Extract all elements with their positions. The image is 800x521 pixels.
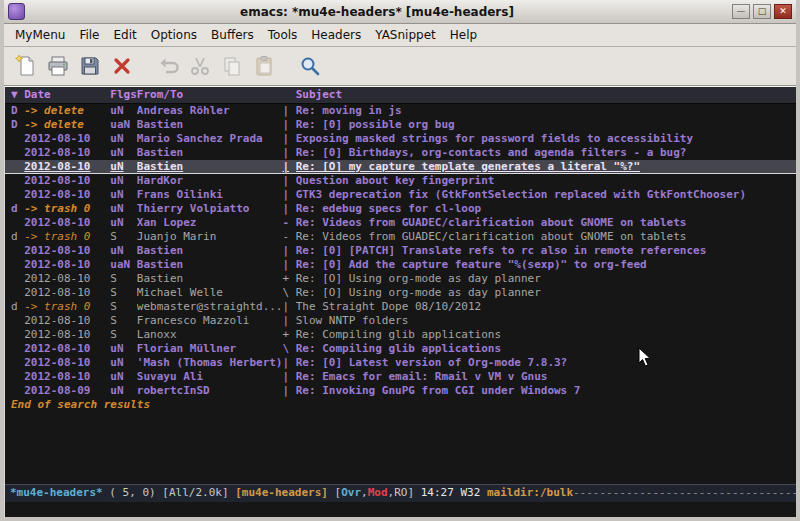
modeline-folder: maildir:/bulk bbox=[487, 486, 573, 499]
message-row[interactable]: d-> trash 0uNThierry Volpiatto|Re: edebu… bbox=[5, 202, 796, 216]
message-subject: Re: Videos from GUADEC/clarification abo… bbox=[296, 230, 796, 244]
search-button[interactable] bbox=[295, 51, 325, 81]
message-row[interactable]: 2012-08-10SLanoxx+Re: Compiling glib app… bbox=[5, 328, 796, 342]
mark-action: -> trash 0 bbox=[24, 230, 110, 244]
message-flags: S bbox=[110, 328, 136, 342]
message-row[interactable]: d-> trash 0Swebmaster@straightd...|The S… bbox=[5, 300, 796, 314]
message-row[interactable]: 2012-08-10uNMario Sanchez Prada|Exposing… bbox=[5, 132, 796, 146]
minimize-button[interactable]: — bbox=[732, 4, 750, 19]
column-header-gap bbox=[282, 87, 295, 103]
menu-edit[interactable]: Edit bbox=[107, 26, 144, 44]
modeline-window-number: W32 bbox=[460, 486, 487, 499]
message-row[interactable]: 2012-08-10SMichael Welle\Re: [O] Using o… bbox=[5, 286, 796, 300]
modeline-dashes: ----------------------------------------… bbox=[573, 486, 796, 499]
paste-icon bbox=[252, 54, 276, 78]
message-row[interactable]: 2012-08-10uNFlorian Müllner\Re: Compilin… bbox=[5, 342, 796, 356]
search-icon bbox=[298, 54, 322, 78]
mark-indicator bbox=[11, 174, 24, 188]
thread-indicator: + bbox=[282, 328, 295, 342]
thread-indicator: - bbox=[282, 216, 295, 230]
menu-yasnippet[interactable]: YASnippet bbox=[368, 26, 443, 44]
message-flags: uN bbox=[110, 104, 136, 118]
menu-headers[interactable]: Headers bbox=[304, 26, 368, 44]
message-subject: GTK3 deprecation fix (GtkFontSelection r… bbox=[296, 188, 796, 202]
message-from: HardKor bbox=[137, 174, 283, 188]
message-flags: S bbox=[110, 314, 136, 328]
title-bar[interactable]: emacs: *mu4e-headers* [mu4e-headers] —□✕ bbox=[4, 0, 796, 24]
thread-indicator: | bbox=[282, 174, 295, 188]
mark-indicator bbox=[11, 286, 24, 300]
modeline-readonly-indicator: ,RO] bbox=[388, 486, 421, 499]
message-subject: Re: [0] Add the capture feature "%(sexp)… bbox=[296, 258, 796, 272]
message-from: Francesco Mazzoli bbox=[137, 314, 283, 328]
echo-area[interactable] bbox=[5, 502, 796, 517]
message-row[interactable]: 2012-08-10uNSuvayu Ali|Re: Emacs for ema… bbox=[5, 370, 796, 384]
message-flags: uN bbox=[110, 216, 136, 230]
message-row[interactable]: 2012-08-10uN'Mash (Thomas Herbert)|Re: [… bbox=[5, 356, 796, 370]
message-row[interactable]: 2012-08-10uaNBastien|Re: [0] Add the cap… bbox=[5, 258, 796, 272]
message-from: Andreas Röhler bbox=[137, 104, 283, 118]
mark-indicator: D bbox=[11, 118, 24, 132]
mode-line[interactable]: *mu4e-headers* ( 5, 0) [All/2.0k] [mu4e-… bbox=[5, 484, 796, 502]
message-row[interactable]: 2012-08-10SFrancesco Mazzoli|Slow NNTP f… bbox=[5, 314, 796, 328]
new-file-button[interactable] bbox=[11, 51, 41, 81]
message-date: 2012-08-10 bbox=[24, 188, 110, 202]
sort-direction-icon[interactable]: ▼ bbox=[11, 87, 24, 103]
mark-indicator bbox=[11, 384, 24, 398]
menu-options[interactable]: Options bbox=[144, 26, 204, 44]
message-from: 'Mash (Thomas Herbert) bbox=[137, 356, 283, 370]
message-row[interactable]: D-> deleteuNAndreas Röhler|Re: moving in… bbox=[5, 104, 796, 118]
column-header-subject[interactable]: Subject bbox=[296, 87, 796, 103]
message-date: 2012-08-10 bbox=[24, 342, 110, 356]
message-from: Juanjo Marin bbox=[137, 230, 283, 244]
message-row[interactable]: 2012-08-09uNrobertcInSD|Re: Invoking Gnu… bbox=[5, 384, 796, 398]
emacs-buffer-area: ▼ Date Flgs From/To Subject D-> deleteuN… bbox=[4, 86, 796, 517]
message-row[interactable]: 2012-08-10uNBastien|Re: [O] my capture t… bbox=[5, 160, 796, 174]
message-flags: uN bbox=[110, 146, 136, 160]
column-header-date[interactable]: Date bbox=[24, 87, 110, 103]
message-from: Bastien bbox=[137, 244, 283, 258]
menu-file[interactable]: File bbox=[72, 26, 106, 44]
menu-tools[interactable]: Tools bbox=[261, 26, 305, 44]
column-header-flags[interactable]: Flgs bbox=[110, 87, 136, 103]
message-subject: Re: edebug specs for cl-loop bbox=[296, 202, 796, 216]
mark-indicator bbox=[11, 272, 24, 286]
close-buffer-button[interactable] bbox=[107, 51, 137, 81]
print-button[interactable] bbox=[43, 51, 73, 81]
message-row[interactable]: 2012-08-10uNBastien|Re: [0] Birthdays, o… bbox=[5, 146, 796, 160]
message-flags: uN bbox=[110, 342, 136, 356]
copy-button bbox=[217, 51, 247, 81]
toolbar-separator bbox=[280, 47, 294, 85]
message-subject: Re: Invoking GnuPG from CGI under Window… bbox=[296, 384, 796, 398]
message-flags: uaN bbox=[110, 118, 136, 132]
message-row[interactable]: 2012-08-10uNHardKor|Question about key f… bbox=[5, 174, 796, 188]
message-row[interactable]: 2012-08-10SBastien+Re: [O] Using org-mod… bbox=[5, 272, 796, 286]
close-button[interactable]: ✕ bbox=[774, 4, 792, 19]
message-row[interactable]: 2012-08-10uNXan Lopez-Re: Videos from GU… bbox=[5, 216, 796, 230]
menu-buffers[interactable]: Buffers bbox=[204, 26, 261, 44]
save-icon bbox=[78, 54, 102, 78]
headers-column-header: ▼ Date Flgs From/To Subject bbox=[5, 87, 796, 104]
mark-action: -> trash 0 bbox=[24, 300, 110, 314]
menu-mymenu[interactable]: MyMenu bbox=[8, 26, 72, 44]
thread-indicator: | bbox=[282, 146, 295, 160]
message-from: Mario Sanchez Prada bbox=[137, 132, 283, 146]
message-row[interactable]: D-> deleteuaNBastien|Re: [0] possible or… bbox=[5, 118, 796, 132]
message-flags: uN bbox=[110, 384, 136, 398]
message-buffer: D-> deleteuNAndreas Röhler|Re: moving in… bbox=[5, 104, 796, 484]
message-date: 2012-08-10 bbox=[24, 216, 110, 230]
mark-indicator bbox=[11, 132, 24, 146]
message-row[interactable]: d-> trash 0SJuanjo Marin-Re: Videos from… bbox=[5, 230, 796, 244]
column-header-from[interactable]: From/To bbox=[137, 87, 283, 103]
save-button[interactable] bbox=[75, 51, 105, 81]
message-date: 2012-08-10 bbox=[24, 258, 110, 272]
menu-help[interactable]: Help bbox=[443, 26, 484, 44]
message-row[interactable]: 2012-08-10uNBastien|Re: [0] [PATCH] Tran… bbox=[5, 244, 796, 258]
message-row[interactable]: 2012-08-10uNFrans Oilinki|GTK3 deprecati… bbox=[5, 188, 796, 202]
message-list: D-> deleteuNAndreas Röhler|Re: moving in… bbox=[5, 104, 796, 398]
maximize-button[interactable]: □ bbox=[753, 4, 771, 19]
mark-indicator: d bbox=[11, 300, 24, 314]
message-flags: uN bbox=[110, 244, 136, 258]
message-flags: uN bbox=[110, 160, 136, 173]
message-subject: Re: [0] possible org bug bbox=[296, 118, 796, 132]
